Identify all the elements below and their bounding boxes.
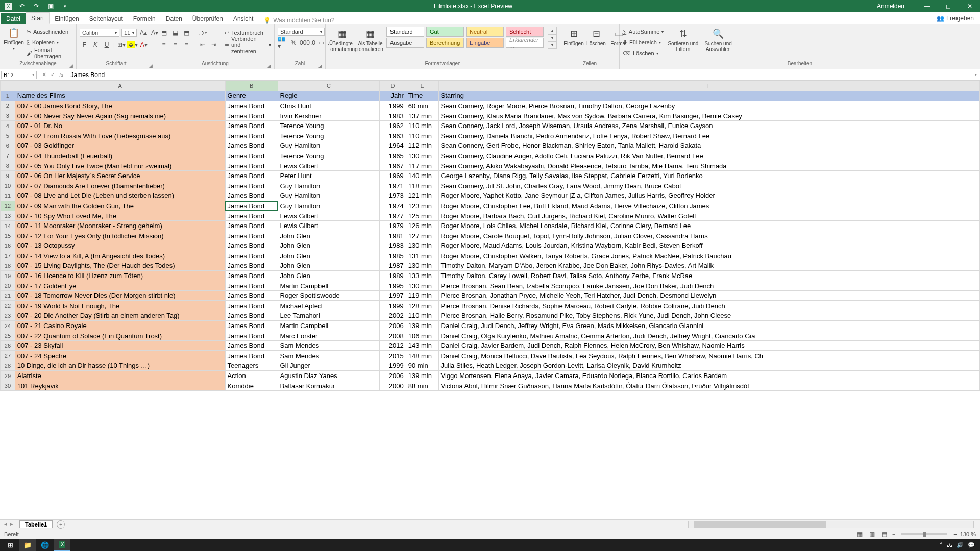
tab-insert[interactable]: Einfügen	[50, 13, 84, 24]
tab-file[interactable]: Datei	[1, 13, 26, 24]
header-cell[interactable]: Regie	[278, 91, 380, 93]
fill-color-button[interactable]: ⬙▾	[128, 40, 137, 49]
cell-style-pill[interactable]: Neutral	[466, 27, 504, 37]
merge-center-button[interactable]: ⬌Verbinden und zentrieren▾	[225, 40, 271, 50]
font-color-button[interactable]: A▾	[139, 40, 149, 49]
column-header[interactable]: A	[15, 81, 225, 91]
percent-icon[interactable]: %	[289, 38, 298, 47]
insert-cells-button[interactable]: ⊞Einfügen	[564, 27, 584, 47]
formula-expand-icon[interactable]: ▾	[975, 72, 980, 77]
sort-filter-button[interactable]: ⇅Sortieren und Filtern	[666, 27, 700, 53]
decrease-indent-icon[interactable]: ⇤	[198, 40, 207, 49]
share-button[interactable]: 👥 Freigeben	[930, 13, 980, 24]
font-size-value: 11	[124, 30, 130, 36]
row-header[interactable]: 1	[1, 91, 15, 93]
fx-icon[interactable]: fx	[59, 72, 64, 78]
tell-me-search[interactable]: 💡 Was möchten Sie tun?	[263, 17, 334, 24]
cell-style-pill[interactable]: Erklärender …	[506, 38, 544, 48]
increase-indent-icon[interactable]: ⇥	[209, 40, 218, 49]
font-launcher-icon[interactable]: ◢	[149, 63, 153, 68]
grow-font-icon[interactable]: A▴	[139, 28, 148, 37]
format-painter-button[interactable]: 🖌Format übertragen	[27, 48, 73, 58]
font-name-select[interactable]: Calibri▾	[80, 29, 119, 37]
delete-cells-button[interactable]: ⊟Löschen	[586, 27, 606, 47]
cell-style-pill[interactable]: Gut	[426, 27, 464, 37]
tab-page-layout[interactable]: Seitenlayout	[84, 13, 128, 24]
cell-style-pill[interactable]: Berechnung	[426, 38, 464, 48]
select-all-corner[interactable]	[1, 81, 15, 91]
paste-button[interactable]: 📋 Einfügen ▾	[3, 26, 24, 52]
align-middle-icon[interactable]: ⬓	[170, 28, 180, 37]
comma-icon[interactable]: 000	[300, 38, 309, 47]
header-cell[interactable]: Name des Films	[15, 91, 225, 93]
gallery-down-icon[interactable]: ▾	[548, 34, 557, 42]
gallery-up-icon[interactable]: ▴	[548, 27, 557, 34]
copy-button[interactable]: ⎘Kopieren▾	[27, 37, 73, 47]
qat-camera-icon[interactable]: ▣	[46, 2, 55, 11]
underline-button[interactable]: U	[102, 40, 111, 49]
tab-review[interactable]: Überprüfen	[187, 13, 228, 24]
conditional-formatting-button[interactable]: ▦ Bedingte Formatierung	[329, 27, 356, 53]
column-header[interactable]: B	[225, 81, 278, 91]
font-size-select[interactable]: 11▾	[121, 29, 137, 37]
find-select-button[interactable]: 🔍Suchen und Auswählen	[702, 27, 733, 53]
signin-link[interactable]: Anmelden	[877, 3, 904, 10]
cell-style-pill[interactable]: Ausgabe	[386, 38, 424, 48]
name-box[interactable]: B12▾	[1, 71, 37, 79]
spreadsheet-grid[interactable]: ABCDEF1Name des FilmsGenreRegieJahrTimeS…	[0, 81, 980, 93]
header-cell[interactable]: Genre	[225, 91, 278, 93]
align-left-icon[interactable]: ≡	[159, 40, 168, 49]
column-header[interactable]: D	[380, 81, 406, 91]
cell-style-pill[interactable]: Schlecht	[506, 27, 544, 37]
maximize-button[interactable]: ◻	[941, 3, 955, 10]
currency-icon[interactable]: 💶▾	[278, 38, 287, 47]
tab-view[interactable]: Ansicht	[228, 13, 258, 24]
excel-app-icon: X	[5, 3, 12, 10]
close-button[interactable]: ✕	[963, 3, 977, 10]
increase-decimal-icon[interactable]: .0→	[311, 38, 321, 47]
format-as-table-button[interactable]: ▦ Als Tabelle formatieren	[358, 27, 382, 53]
column-header[interactable]: E	[406, 81, 438, 91]
header-cell[interactable]: Time	[406, 91, 438, 93]
alignment-launcher-icon[interactable]: ◢	[267, 63, 271, 68]
tell-me-label: Was möchten Sie tun?	[273, 17, 334, 24]
align-right-icon[interactable]: ≡	[182, 40, 191, 49]
enter-formula-icon[interactable]: ✓	[51, 71, 55, 78]
minimize-button[interactable]: —	[920, 3, 934, 10]
column-header[interactable]: C	[278, 81, 380, 91]
cell-style-pill[interactable]: Eingabe	[466, 38, 504, 48]
cell-style-pill[interactable]: Standard	[386, 27, 424, 37]
cell-styles-gallery[interactable]: StandardGutNeutralSchlechtAusgabeBerechn…	[386, 27, 545, 48]
tab-start[interactable]: Start	[26, 12, 50, 24]
lightbulb-icon: 💡	[263, 17, 271, 24]
column-header[interactable]: F	[438, 81, 979, 91]
gallery-more-icon[interactable]: ▾	[548, 41, 557, 49]
align-top-icon[interactable]: ⬒	[159, 28, 168, 37]
sort-icon: ⇅	[677, 28, 689, 40]
italic-button[interactable]: K	[91, 40, 100, 49]
clipboard-launcher-icon[interactable]: ◢	[69, 63, 73, 68]
borders-button[interactable]: ⊞▾	[117, 40, 126, 49]
header-cell[interactable]: Starring	[438, 91, 979, 93]
undo-icon[interactable]: ↶	[17, 2, 27, 11]
number-launcher-icon[interactable]: ◢	[318, 63, 322, 68]
fill-button[interactable]: ⬇Füllbereich▾	[623, 37, 664, 47]
align-center-icon[interactable]: ≡	[170, 40, 180, 49]
redo-icon[interactable]: ↷	[32, 2, 41, 11]
title-bar: X ↶ ↷ ▣ ▾ Filmliste.xlsx - Excel Preview…	[0, 0, 980, 12]
orientation-icon[interactable]: ⭯▾	[198, 28, 207, 37]
align-bottom-icon[interactable]: ⬒	[182, 28, 191, 37]
cut-button[interactable]: ✂Ausschneiden	[27, 27, 73, 37]
bold-button[interactable]: F	[80, 40, 89, 49]
font-name-value: Calibri	[82, 30, 98, 36]
clear-button[interactable]: ⌫Löschen▾	[623, 48, 664, 58]
number-format-select[interactable]: Standard▾	[278, 28, 325, 36]
formula-input[interactable]: James Bond	[68, 71, 975, 79]
cancel-formula-icon[interactable]: ✕	[42, 71, 46, 78]
autosum-button[interactable]: ∑AutoSumme▾	[623, 27, 664, 37]
header-cell[interactable]: Jahr	[380, 91, 406, 93]
name-box-value: B12	[4, 72, 14, 78]
qat-customize-icon[interactable]: ▾	[60, 2, 69, 11]
tab-formulas[interactable]: Formeln	[128, 13, 161, 24]
tab-data[interactable]: Daten	[161, 13, 187, 24]
